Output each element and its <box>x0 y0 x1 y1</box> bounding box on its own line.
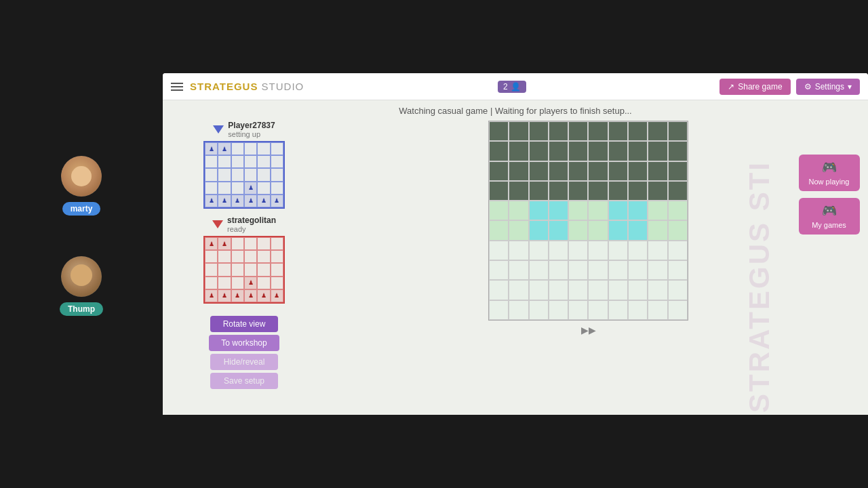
board-cell <box>509 260 528 280</box>
board-cell <box>648 241 667 260</box>
board-cell <box>568 241 588 260</box>
user-marty-section: marty <box>61 156 102 216</box>
board-cell <box>608 241 628 260</box>
logo-strategus: STRATEGUS <box>190 81 258 92</box>
board-cell <box>529 201 549 220</box>
board-cell <box>588 161 608 181</box>
board-cell <box>529 260 549 280</box>
board-cell <box>668 241 688 260</box>
board-cell <box>549 220 568 240</box>
board-cell <box>489 300 509 320</box>
board-cell <box>231 277 244 289</box>
board-cell <box>257 237 270 250</box>
board-cell <box>205 182 218 195</box>
board-cell <box>668 161 688 181</box>
user-thump-section: Thump <box>60 256 103 316</box>
player1-board: ♟ ♟ <box>203 141 285 209</box>
board-cell <box>244 237 257 250</box>
board-cell <box>608 121 628 141</box>
board-cell <box>218 155 231 168</box>
fast-forward-button[interactable]: ▶▶ <box>581 325 596 336</box>
header: STRATEGUS STUDIO 2 👤 ↗ Share game ⚙ Sett… <box>163 73 868 100</box>
player-icon: 👤 <box>511 82 521 92</box>
board-cell: ♟ <box>205 237 218 250</box>
board-cell <box>588 241 608 260</box>
logo-text: STRATEGUS STUDIO <box>190 81 304 92</box>
board-cell <box>628 201 648 220</box>
board-cell <box>489 220 509 240</box>
board-cell: ♟ <box>271 195 283 207</box>
board-cell <box>668 181 688 201</box>
now-playing-button[interactable]: 🎮 Now playing <box>799 155 860 191</box>
hide-reveal-button: Hide/reveal <box>210 354 278 370</box>
board-cell <box>205 168 218 181</box>
watermark: STRATEGUS STI <box>732 155 787 419</box>
player1-triangle <box>213 125 224 134</box>
board-cell <box>231 142 244 155</box>
board-cell <box>489 141 509 161</box>
thump-badge: Thump <box>60 302 103 316</box>
watermark-text: STRATEGUS STI <box>743 161 776 413</box>
board-cell: ♟ <box>244 182 257 195</box>
board-cell <box>529 181 549 201</box>
board-cell <box>608 300 628 320</box>
hamburger-icon[interactable] <box>171 83 183 91</box>
board-cell: ♟ <box>218 195 231 207</box>
board-cell <box>271 182 283 195</box>
share-game-button[interactable]: ↗ Share game <box>719 79 790 95</box>
player2-section: strategolitan ready ♟ ♟ <box>176 216 312 304</box>
board-cell <box>588 121 608 141</box>
board-cell: ♟ <box>205 195 218 207</box>
board-cell <box>244 250 257 263</box>
logo-area: STRATEGUS STUDIO <box>171 81 304 92</box>
side-panel: 🎮 Now playing 🎮 My games <box>790 141 868 419</box>
to-workshop-button[interactable]: To workshop <box>209 335 279 351</box>
board-cell <box>257 277 270 289</box>
board-cell <box>608 220 628 240</box>
board-cell <box>271 168 283 181</box>
avatar-marty <box>61 156 102 197</box>
board-cell <box>218 250 231 263</box>
board-cell <box>648 201 667 220</box>
my-games-button[interactable]: 🎮 My games <box>799 198 860 235</box>
save-setup-button: Save setup <box>210 373 278 389</box>
player-count-badge: 2 👤 <box>498 81 526 93</box>
board-cell <box>568 260 588 280</box>
board-cell <box>529 280 549 300</box>
settings-button[interactable]: ⚙ Settings ▾ <box>796 79 860 95</box>
marty-badge: marty <box>62 202 101 216</box>
board-cell <box>549 181 568 201</box>
player1-name: Player27837 <box>228 121 275 130</box>
board-cell: ♟ <box>218 237 231 250</box>
board-cell <box>218 182 231 195</box>
settings-icon: ⚙ <box>804 82 812 92</box>
board-cell: ♟ <box>257 195 270 207</box>
board-cell <box>509 121 528 141</box>
board-cell <box>509 300 528 320</box>
player2-triangle <box>212 220 223 228</box>
share-label: Share game <box>738 82 782 92</box>
board-cell <box>529 220 549 240</box>
board-cell <box>568 121 588 141</box>
board-cell <box>608 260 628 280</box>
board-cell <box>608 141 628 161</box>
rotate-view-button[interactable]: Rotate view <box>210 316 278 332</box>
board-cell <box>231 182 244 195</box>
board-cell <box>231 237 244 250</box>
board-cell <box>244 155 257 168</box>
board-cell <box>271 155 283 168</box>
board-cell <box>271 263 283 276</box>
board-cell <box>588 141 608 161</box>
header-right: ↗ Share game ⚙ Settings ▾ <box>719 79 860 95</box>
board-cell <box>648 161 667 181</box>
board-cell <box>489 241 509 260</box>
board-cell <box>205 155 218 168</box>
board-cell <box>549 241 568 260</box>
board-cell <box>509 220 528 240</box>
board-cell: ♟ <box>257 289 270 302</box>
board-cell <box>271 250 283 263</box>
board-cell <box>628 161 648 181</box>
board-cell <box>608 201 628 220</box>
logo-studio: STUDIO <box>262 81 304 92</box>
settings-label: Settings <box>815 82 844 92</box>
